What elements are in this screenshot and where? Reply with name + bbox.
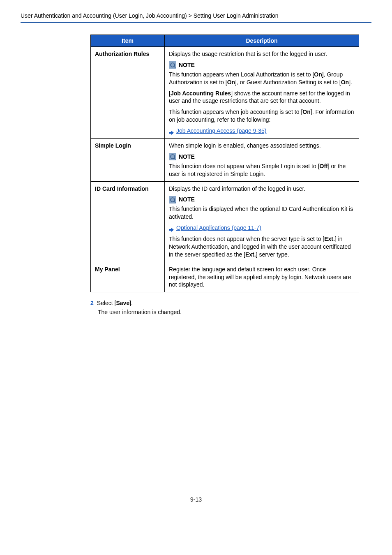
header-item: Item [91, 35, 165, 47]
arrow-right-icon [169, 129, 174, 133]
table-row: ID Card Information Displays the ID card… [91, 181, 359, 262]
note-label: NOTE [179, 153, 195, 161]
description-cell: Displays the usage restriction that is s… [165, 47, 359, 139]
page-number: 9-13 [21, 496, 371, 503]
desc-text: This function appears when Local Authori… [169, 71, 355, 86]
note-icon [169, 61, 176, 69]
note-icon [169, 196, 176, 204]
note-icon [169, 153, 176, 160]
note-label: NOTE [179, 196, 195, 204]
note-header: NOTE [169, 196, 355, 204]
desc-text: This function does not appear when the s… [169, 235, 355, 259]
desc-text: Displays the usage restriction that is s… [169, 50, 355, 58]
note-header: NOTE [169, 153, 355, 161]
desc-text: [Job Accounting Rules] shows the account… [169, 90, 355, 105]
desc-text: Displays the ID card information of the … [169, 185, 355, 193]
note-header: NOTE [169, 61, 355, 69]
note-label: NOTE [179, 61, 195, 69]
description-cell: Register the language and default screen… [165, 262, 359, 292]
svg-marker-10 [169, 228, 174, 232]
job-accounting-link[interactable]: Job Accounting Access (page 9-35) [176, 127, 266, 135]
item-cell: Simple Login [91, 139, 165, 182]
arrow-right-icon [169, 226, 174, 230]
link-row: Optional Applications (page 11-7) [169, 224, 355, 232]
desc-text: This function does not appear when Simpl… [169, 162, 355, 178]
step-row: 2 Select [Save]. [90, 300, 359, 306]
table-row: Authorization Rules Displays the usage r… [91, 47, 359, 139]
optional-applications-link[interactable]: Optional Applications (page 11-7) [176, 224, 261, 232]
step-text: Select [Save]. [97, 300, 133, 306]
desc-text: This function appears when job accountin… [169, 108, 355, 124]
table-row: My Panel Register the language and defau… [91, 262, 359, 292]
item-cell: Authorization Rules [91, 47, 165, 139]
followup-text: The user information is changed. [98, 309, 359, 315]
desc-text: This function is displayed when the opti… [169, 205, 355, 221]
breadcrumb: User Authentication and Accounting (User… [21, 12, 371, 22]
link-row: Job Accounting Access (page 9-35) [169, 127, 355, 135]
step-number: 2 [90, 300, 94, 306]
item-cell: My Panel [91, 262, 165, 292]
svg-marker-3 [169, 131, 174, 135]
desc-text: When simple login is enabled, changes as… [169, 142, 355, 150]
desc-text: Register the language and default screen… [169, 266, 355, 289]
header-description: Description [165, 35, 359, 47]
description-cell: When simple login is enabled, changes as… [165, 139, 359, 182]
table-row: Simple Login When simple login is enable… [91, 139, 359, 182]
description-cell: Displays the ID card information of the … [165, 181, 359, 262]
item-cell: ID Card Information [91, 181, 165, 262]
settings-table: Item Description Authorization Rules Dis… [90, 35, 359, 292]
header-divider [21, 22, 371, 23]
